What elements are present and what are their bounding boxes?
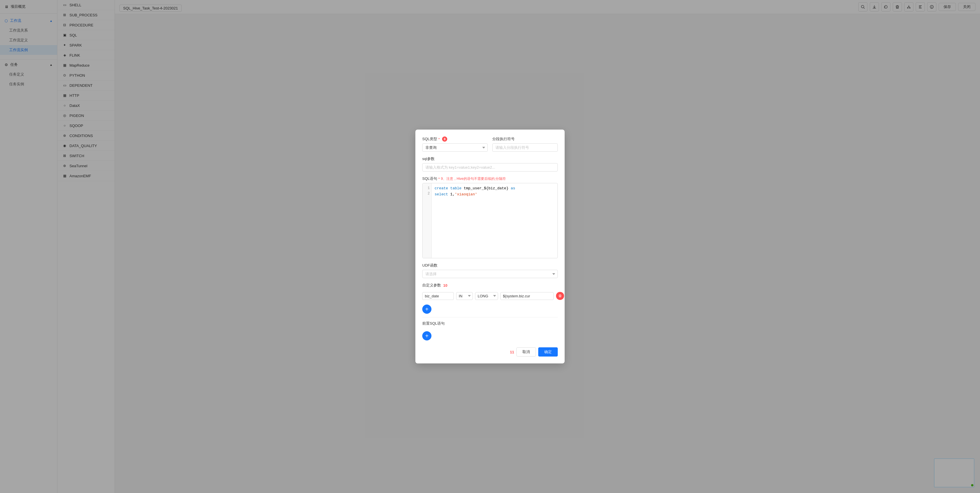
divider-1 bbox=[422, 317, 558, 317]
footer-badge: 11 bbox=[510, 350, 514, 354]
code-editor[interactable]: 1 2 create table tmp_user_${biz_date} as… bbox=[422, 183, 558, 258]
form-group-segment: 分段执行符号 bbox=[492, 136, 558, 152]
add-pre-sql-button[interactable]: + bbox=[422, 331, 431, 340]
sql-params-label: sql参数 bbox=[422, 156, 558, 161]
code-content[interactable]: create table tmp_user_${biz_date} as sel… bbox=[432, 183, 557, 258]
confirm-button[interactable]: 确定 bbox=[538, 347, 558, 357]
sql-type-badge: 8 bbox=[442, 136, 447, 142]
param-name-input[interactable] bbox=[422, 292, 454, 300]
udf-select[interactable]: 请选择 bbox=[422, 270, 558, 278]
segment-label: 分段执行符号 bbox=[492, 136, 558, 142]
form-group-sql-params: sql参数 bbox=[422, 156, 558, 172]
task-config-dialog: SQL类型 * 8 非查询 分段执行符号 sql参数 bbox=[415, 129, 565, 364]
pre-sql-label: 前置SQL语句 bbox=[422, 321, 558, 326]
udf-label: UDF函数 bbox=[422, 263, 558, 268]
form-group-sql-stmt: SQL语句 * 9、注意，Hive的语句不需要后续的;分隔符 1 2 creat… bbox=[422, 176, 558, 258]
sql-stmt-label: SQL语句 * 9、注意，Hive的语句不需要后续的;分隔符 bbox=[422, 176, 558, 181]
param-direction-select[interactable]: IN OUT bbox=[456, 292, 473, 300]
param-row: IN OUT LONG STRING INTEGER bbox=[422, 292, 558, 300]
add-param-button[interactable]: + bbox=[422, 305, 431, 314]
delete-param-button[interactable] bbox=[556, 292, 564, 300]
sql-type-select[interactable]: 非查询 bbox=[422, 144, 488, 152]
form-group-custom-params: 自定义参数 10 IN OUT LONG STRING INTEGER bbox=[422, 283, 558, 302]
custom-params-badge: 10 bbox=[443, 283, 447, 287]
dialog-overlay: SQL类型 * 8 非查询 分段执行符号 sql参数 bbox=[0, 0, 980, 493]
custom-params-label: 自定义参数 10 bbox=[422, 283, 558, 288]
form-group-sql-type: SQL类型 * 8 非查询 bbox=[422, 136, 488, 152]
param-type-select[interactable]: LONG STRING INTEGER bbox=[475, 292, 498, 300]
cancel-button[interactable]: 取消 bbox=[516, 347, 536, 357]
sql-hint: 9、注意，Hive的语句不需要后续的;分隔符 bbox=[441, 176, 506, 181]
sql-type-label: SQL类型 * 8 bbox=[422, 136, 488, 142]
sql-params-input[interactable] bbox=[422, 163, 558, 172]
form-group-udf: UDF函数 请选择 bbox=[422, 263, 558, 278]
form-group-pre-sql: 前置SQL语句 + bbox=[422, 321, 558, 341]
param-value-input[interactable] bbox=[500, 292, 554, 300]
segment-input[interactable] bbox=[492, 144, 558, 152]
form-row-sql-type: SQL类型 * 8 非查询 分段执行符号 bbox=[422, 136, 558, 152]
line-numbers: 1 2 bbox=[423, 183, 432, 258]
dialog-footer: 11 取消 确定 bbox=[422, 347, 558, 357]
sql-type-required: * bbox=[438, 137, 440, 141]
